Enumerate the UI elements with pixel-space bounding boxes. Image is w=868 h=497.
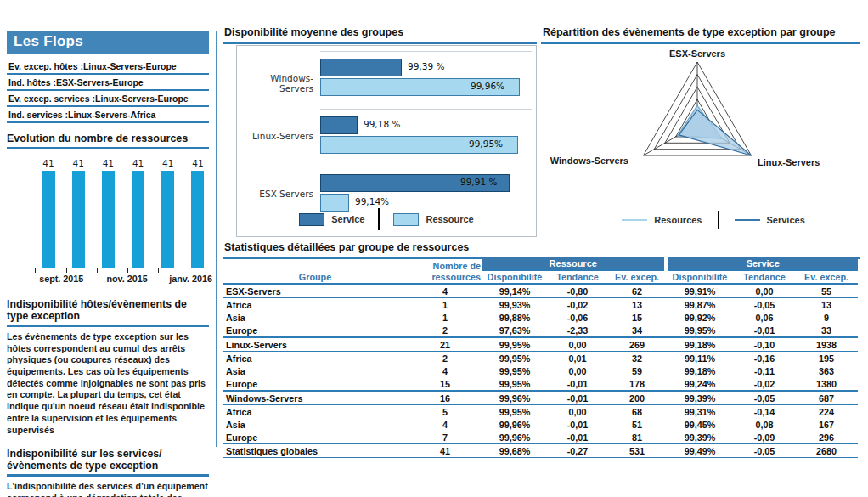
evolution-bar-column: 41 xyxy=(161,158,176,268)
cell-nombre: 5 xyxy=(408,405,482,419)
cell-service-ev-excep: 55 xyxy=(795,284,858,298)
cell-groupe: Asia xyxy=(223,418,408,431)
flop-item: Ind. services :Linux-Servers-Africa xyxy=(7,107,209,123)
header-r-ev-excep: Ev. excep. xyxy=(608,270,666,284)
cell-ressource-ev-excep: 59 xyxy=(608,364,666,377)
table-row: Europe 7 99,96% -0,01 81 99,39% -0,09 29… xyxy=(223,431,858,444)
cell-ressource-ev-excep: 13 xyxy=(608,298,666,312)
cell-service-tendance: -0,16 xyxy=(734,352,795,365)
header-groupe: Groupe xyxy=(223,257,408,284)
cell-service-ev-excep: 224 xyxy=(795,405,858,419)
cell-nombre: 4 xyxy=(408,418,482,431)
cell-service-disponibilite: 99,39% xyxy=(666,431,734,444)
service-value-label: 99,39 % xyxy=(408,61,444,71)
cell-service-disponibilite: 99,87% xyxy=(666,298,734,312)
cell-nombre: 4 xyxy=(408,284,482,298)
cell-ressource-tendance: -2,33 xyxy=(547,324,608,337)
cell-groupe: Africa xyxy=(223,405,408,419)
cell-service-ev-excep: 167 xyxy=(795,418,858,431)
info-text-services: L'indisponibilité des services d'un équi… xyxy=(7,481,209,497)
cell-service-tendance: 0,00 xyxy=(734,284,795,298)
cell-ressource-disponibilite: 99,95% xyxy=(482,405,547,419)
group-label: Linux-Servers xyxy=(237,131,313,141)
resources-line-icon xyxy=(622,219,647,221)
cell-service-ev-excep: 1938 xyxy=(795,337,858,352)
info-text-hosts: Les évènements de type exception sur les… xyxy=(7,331,209,436)
legend-resource-label: Ressource xyxy=(426,214,473,224)
flop-label: Ev. excep. services : xyxy=(8,93,95,104)
header-s-ev-excep: Ev. excep. xyxy=(795,270,858,284)
cell-service-ev-excep: 363 xyxy=(795,364,858,377)
evolution-chart-title: Evolution du nombre de ressources xyxy=(7,132,209,149)
flop-value: Linux-Servers-Africa xyxy=(68,110,155,120)
bar-value-label: 41 xyxy=(42,158,54,168)
axis-tick xyxy=(158,268,159,273)
evolution-bar-column: 41 xyxy=(70,158,86,268)
table-row: Windows-Servers 16 99,96% -0,01 200 99,3… xyxy=(223,391,858,405)
availability-legend: Service Ressource xyxy=(237,208,536,230)
cell-groupe: Linux-Servers xyxy=(223,337,408,352)
cell-ressource-disponibilite: 99,96% xyxy=(482,418,547,431)
row-separator xyxy=(320,51,532,52)
evolution-bar xyxy=(191,171,204,268)
cell-ressource-ev-excep: 32 xyxy=(608,352,666,365)
cell-service-disponibilite: 99,24% xyxy=(666,377,734,391)
evolution-bars-area: 414141414141 xyxy=(7,152,209,268)
cell-ressource-disponibilite: 99,93% xyxy=(482,298,547,312)
cell-groupe: ESX-Servers xyxy=(223,284,408,298)
cell-service-disponibilite: 99,92% xyxy=(666,311,734,324)
x-tick-label: sept. 2015 xyxy=(39,274,83,284)
cell-ressource-disponibilite: 99,96% xyxy=(482,431,547,444)
cell-nombre: 7 xyxy=(408,431,482,444)
cell-ressource-tendance: 0,00 xyxy=(547,364,608,377)
header-band-ressource: Ressource xyxy=(482,257,666,270)
table-row: Africa 2 99,95% 0,01 32 99,11% -0,16 195 xyxy=(223,352,858,365)
cell-service-ev-excep: 195 xyxy=(795,352,858,365)
cell-groupe: Asia xyxy=(223,364,408,377)
flop-value: Linux-Servers-Europe xyxy=(83,61,177,71)
cell-ressource-ev-excep: 269 xyxy=(608,337,666,352)
radar-axis-label-esx: ESX-Servers xyxy=(643,48,752,59)
evolution-bar xyxy=(72,171,85,268)
cell-service-tendance: -0,11 xyxy=(734,364,795,377)
cell-ressource-tendance: -0,01 xyxy=(547,377,608,391)
cell-ressource-tendance: 0,00 xyxy=(547,337,608,352)
cell-nombre: 16 xyxy=(408,391,482,405)
cell-ressource-disponibilite: 99,95% xyxy=(482,364,547,377)
header-nombre-ressources: Nombre de ressources xyxy=(408,257,482,284)
resource-value-label: 99,96% xyxy=(471,81,504,91)
cell-ressource-tendance: 0,01 xyxy=(547,352,608,365)
stats-table-title: Statistiques détaillées par groupe de re… xyxy=(223,241,860,259)
evolution-bar xyxy=(161,171,174,268)
legend-divider xyxy=(378,208,380,230)
availability-rows: Windows-Servers99,39 %99,96%Linux-Server… xyxy=(237,54,536,222)
header-band-service: Service xyxy=(666,257,858,270)
cell-ressource-ev-excep: 62 xyxy=(608,284,666,298)
cell-ressource-disponibilite: 99,95% xyxy=(482,337,547,352)
header-s-tendance: Tendance xyxy=(734,270,795,284)
radar-legend-resources-label: Resources xyxy=(654,215,702,225)
radar-chart-title: Répartition des évènements de type excep… xyxy=(541,26,860,44)
cell-ressource-disponibilite: 99,14% xyxy=(482,284,547,298)
row-separator xyxy=(320,109,532,110)
cell-service-ev-excep: 13 xyxy=(795,298,858,312)
cell-service-disponibilite: 99,11% xyxy=(666,352,734,365)
cell-nombre: 4 xyxy=(408,364,482,377)
evolution-bar-column: 41 xyxy=(190,158,206,268)
cell-groupe: Statistiques globales xyxy=(223,444,408,458)
resource-bar-track: 99,96% xyxy=(320,78,533,98)
cell-groupe: Europe xyxy=(223,377,408,391)
x-tick-label: nov. 2015 xyxy=(106,274,147,284)
cell-service-disponibilite: 99,18% xyxy=(666,364,734,377)
cell-groupe: Africa xyxy=(223,298,408,312)
row-separator xyxy=(320,167,532,167)
cell-service-ev-excep: 2680 xyxy=(795,444,858,458)
cell-service-tendance: -0,01 xyxy=(734,324,795,337)
service-bar xyxy=(320,116,358,134)
evolution-bar xyxy=(102,171,115,268)
cell-groupe: Africa xyxy=(223,352,408,365)
legend-service-label: Service xyxy=(331,214,364,224)
resource-bar-track: 99,95% xyxy=(320,136,533,155)
cell-ressource-tendance: -0,27 xyxy=(547,444,608,458)
cell-groupe: Windows-Servers xyxy=(223,391,408,405)
